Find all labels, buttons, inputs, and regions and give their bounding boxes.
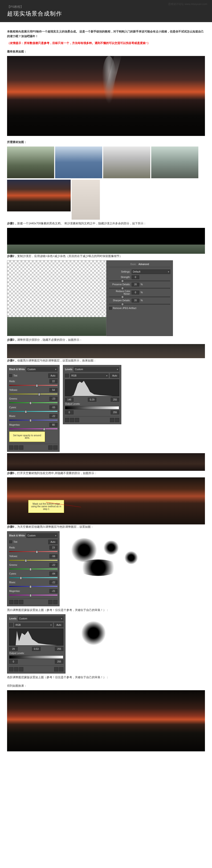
lv2-channel[interactable]: RGB	[15, 623, 53, 627]
bw2-mag-knob[interactable]	[29, 594, 32, 597]
tab-advanced[interactable]: Advanced	[138, 263, 149, 266]
eye-icon[interactable]	[19, 667, 23, 672]
eye-icon[interactable]	[19, 445, 23, 450]
step5-pre: 步骤5，	[7, 471, 17, 475]
lv1-in-m[interactable]: 0.29	[88, 398, 96, 402]
step4-text: 步骤4，创建黑白调整图层与色阶调整图层，设置如图所示，效果如图：	[7, 358, 205, 363]
lv2-out-w[interactable]: 255	[55, 660, 63, 664]
tab-basic[interactable]: Basic	[131, 263, 136, 266]
eyedrop-icon[interactable]	[65, 374, 69, 377]
bw1-yel-knob[interactable]	[38, 393, 40, 396]
layer-icon[interactable]	[65, 418, 69, 422]
eye-icon[interactable]	[19, 600, 23, 604]
strength-label: Strength:	[109, 276, 130, 278]
reset-icon[interactable]	[48, 445, 53, 450]
sharpen-slider[interactable]	[109, 304, 170, 305]
bw2-cyn-v[interactable]: -84	[50, 572, 57, 576]
step2-text: 步骤2，复制沙漠层，应用滤镜>杂色>减少杂色（其目的在于减少噪点的同时保留图像细…	[7, 254, 205, 258]
bw2-auto[interactable]: Auto	[48, 540, 57, 544]
clip-icon[interactable]	[70, 418, 74, 422]
lv1-out-b[interactable]: 0	[65, 410, 74, 414]
bw1-cyn-v[interactable]: -55	[50, 405, 57, 409]
bw2-reds-knob[interactable]	[36, 551, 38, 553]
lv1-in-b[interactable]: 148	[65, 398, 74, 402]
clip-icon[interactable]	[14, 600, 18, 604]
eye-icon[interactable]	[75, 418, 79, 422]
bw2-tint-cb[interactable]	[9, 540, 12, 543]
bw1-tint-cb[interactable]	[9, 374, 12, 377]
reset-icon[interactable]	[110, 418, 114, 422]
sticky-note-opacity: Set layer opacity to around 45%	[9, 432, 45, 442]
reset-icon[interactable]	[54, 667, 58, 672]
bw1-cyn-knob[interactable]	[25, 410, 27, 413]
bw1-auto[interactable]: Auto	[48, 373, 57, 378]
bw2-yel-knob[interactable]	[25, 559, 27, 562]
lv2-in-w[interactable]: 255	[55, 647, 63, 651]
zoom-pct: 19%	[7, 332, 15, 335]
material-cliff	[55, 147, 102, 178]
lv1-out-w[interactable]: 255	[111, 410, 119, 414]
intro-warning: （友情提示：所有数值都只是参考，目标只有一个，方法却有很多种。遇到不懂的可以交流…	[7, 41, 205, 45]
lv1-in-w[interactable]: 255	[111, 398, 119, 402]
bw2-reds-v[interactable]: 23	[50, 546, 57, 550]
reset-icon[interactable]	[48, 600, 53, 604]
lv2-in-b[interactable]: 29	[9, 647, 18, 651]
lv2-in-m[interactable]: 0.53	[32, 647, 41, 651]
lv2-out-b[interactable]: 0	[9, 660, 18, 664]
bw2-blu-knob[interactable]	[29, 585, 32, 588]
trash-icon[interactable]	[53, 445, 57, 450]
bw2-icons	[9, 598, 57, 604]
strength-val[interactable]: 0	[132, 275, 139, 279]
bw1-reds-v[interactable]: 22	[50, 379, 57, 383]
lv1-channel[interactable]: RGB	[70, 373, 109, 378]
layer-icon[interactable]	[9, 600, 14, 604]
bw2-grn-v[interactable]: -22	[50, 563, 57, 567]
lv1-icons	[65, 416, 119, 422]
reduce-val[interactable]: 0	[132, 291, 139, 294]
bw2-yel-v[interactable]: -56	[50, 554, 57, 558]
bw2-grn-knob[interactable]	[29, 568, 32, 571]
bw1-grn-knob[interactable]	[29, 402, 32, 404]
bw1-tint: Tint	[14, 374, 17, 377]
eyedrop-icon[interactable]	[9, 623, 13, 627]
layer-icon[interactable]	[9, 667, 14, 672]
bw1-mag-v[interactable]: 80	[50, 423, 57, 427]
bw1-blu-v[interactable]: -22	[50, 414, 57, 418]
lv2-auto[interactable]: Auto	[54, 623, 63, 627]
lv1-preset[interactable]: Custom	[74, 367, 119, 372]
trash-icon[interactable]	[53, 600, 57, 604]
bw2-cyn-knob[interactable]	[20, 577, 22, 580]
bw1-blu-knob[interactable]	[29, 419, 32, 422]
bw2-preset[interactable]: Custom	[26, 533, 57, 538]
lv1-auto[interactable]: Auto	[110, 373, 119, 378]
step6-bw-row: Black & WhiteCustom TintAuto Reds:23 Yel…	[7, 531, 205, 606]
bw1-mag-knob[interactable]	[43, 428, 45, 431]
bw-mask-preview	[63, 531, 205, 578]
bw2-mag-v[interactable]: -21	[50, 589, 57, 593]
lv2-icons	[9, 665, 63, 672]
clip-icon[interactable]	[14, 667, 18, 672]
preserve-slider[interactable]	[109, 288, 170, 288]
preserve-val[interactable]: 20	[132, 283, 139, 286]
strength-slider[interactable]	[109, 281, 170, 281]
lv2-grad[interactable]	[9, 655, 63, 659]
reduce-slider[interactable]	[109, 297, 170, 297]
lv1-grad[interactable]	[65, 406, 119, 409]
bw2-blu-v[interactable]: -22	[50, 580, 57, 584]
sharpen-val[interactable]: 20	[132, 299, 139, 303]
trash-icon[interactable]	[115, 418, 119, 422]
layer-icon[interactable]	[9, 445, 14, 450]
bw1-reds-knob[interactable]	[36, 384, 38, 387]
bw1-reds-lbl: Reds:	[9, 380, 21, 383]
bw1-yel-v[interactable]: 54	[50, 388, 57, 392]
remove-jpeg-checkbox[interactable]	[109, 307, 112, 310]
clip-icon[interactable]	[14, 445, 18, 450]
settings-select[interactable]: Default	[132, 270, 170, 274]
lv2-preset[interactable]: Custom	[18, 616, 63, 621]
bw1-preset[interactable]: Custom	[26, 367, 57, 372]
trash-icon[interactable]	[59, 667, 63, 672]
lv2-title: Levels	[9, 617, 17, 620]
lv2-histogram	[9, 629, 63, 646]
step1-pre: 步骤1，	[7, 222, 17, 225]
bw1-grn-v[interactable]: -23	[50, 397, 57, 401]
